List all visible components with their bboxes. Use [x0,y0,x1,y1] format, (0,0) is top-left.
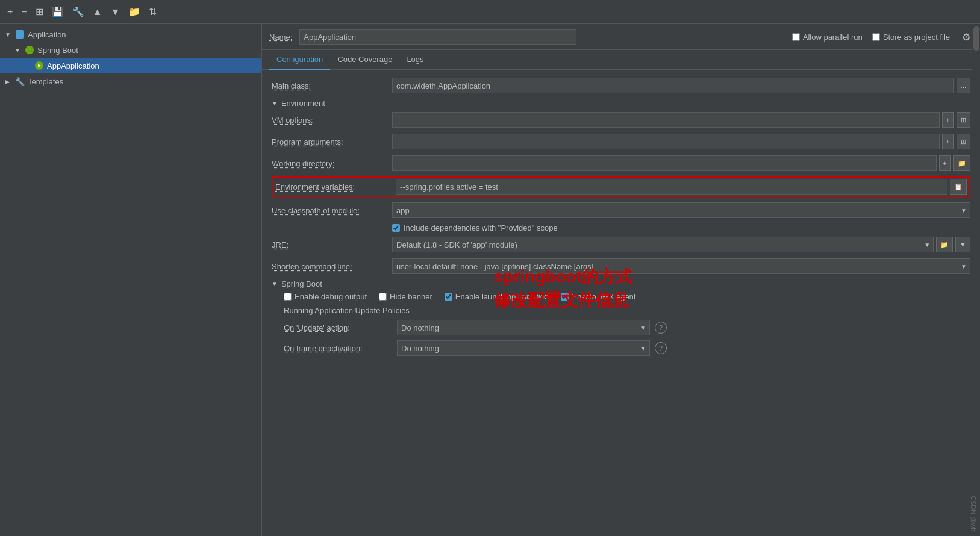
spring-boot-section: ▼ Spring Boot Enable debug output Hide b… [272,279,970,356]
wrench-button[interactable]: 🔧 [70,5,87,19]
move-up-button[interactable]: ▲ [90,5,105,19]
main-class-browse-btn[interactable]: ... [957,78,970,93]
vm-options-add-btn[interactable]: + [942,112,954,128]
move-down-button[interactable]: ▼ [108,5,123,19]
remove-button[interactable]: − [19,5,29,19]
jre-dropdown-wrapper: Default (1.8 - SDK of 'app' module) ▼ [392,237,934,252]
store-project-file-label[interactable]: Store as project file [872,33,950,42]
tab-configuration[interactable]: Configuration [269,50,330,70]
hide-banner-checkbox[interactable] [379,293,387,301]
main-class-input[interactable] [392,78,954,93]
jre-folder-btn[interactable]: 📁 [936,237,953,252]
sidebar-label-appapplication: AppApplication [47,61,99,70]
vm-options-row: VM options: + ⊞ [272,111,970,128]
vm-options-label: VM options: [272,116,392,125]
gear-button[interactable]: ⚙ [960,30,973,44]
on-update-dropdown[interactable]: Do nothing Update resources Update class… [397,320,650,335]
add-button[interactable]: + [5,5,15,19]
allow-parallel-label[interactable]: Allow parallel run [792,33,863,42]
store-project-file-checkbox[interactable] [872,33,880,41]
application-icon [14,30,25,39]
enable-jmx-checkbox[interactable] [561,293,569,301]
tabs-bar: Configuration Code Coverage Logs [262,50,980,70]
on-deactivation-help-btn[interactable]: ? [655,342,667,354]
working-dir-label: Working directory: [272,159,392,168]
expand-arrow-spring-boot: ▼ [14,47,24,54]
include-deps-checkbox[interactable] [392,224,400,232]
folder-button[interactable]: 📁 [126,5,143,19]
program-args-label: Program arguments: [272,137,392,146]
enable-launch-checkbox[interactable] [445,293,452,301]
allow-parallel-checkbox[interactable] [792,33,800,41]
main-class-label: Main class: [272,81,392,90]
environment-label: Environment [281,99,325,108]
environment-section-header[interactable]: ▼ Environment [272,99,970,108]
include-deps-label[interactable]: Include dependencies with "Provided" sco… [404,223,558,232]
program-args-add-btn[interactable]: + [942,134,954,149]
header-options: Allow parallel run Store as project file… [792,30,973,44]
spring-checkboxes-group: Enable debug output Hide banner Enable l… [272,292,970,301]
on-deactivation-dropdown[interactable]: Do nothing Update resources Update class… [397,340,650,356]
main-class-input-group: ... [392,78,970,93]
working-dir-input-group: + 📁 [392,155,970,171]
program-args-input[interactable] [392,134,940,149]
expand-arrow-application: ▼ [5,31,14,38]
classpath-dropdown-wrapper: app ▼ [392,202,970,218]
hide-banner-label[interactable]: Hide banner [390,292,432,301]
right-scrollbar[interactable] [972,24,980,536]
scroll-thumb[interactable] [973,26,979,51]
jre-dropdown[interactable]: Default (1.8 - SDK of 'app' module) [392,237,934,252]
spring-boot-section-header[interactable]: ▼ Spring Boot [272,279,970,288]
enable-launch-label[interactable]: Enable launch optimization [455,292,549,301]
on-deactivation-label: On frame deactivation: [284,344,392,353]
tab-logs[interactable]: Logs [399,50,431,70]
main-layout: ▼ Application ▼ 🌿 Spring Boot AppApplica… [0,24,980,536]
include-deps-row: Include dependencies with "Provided" sco… [272,223,970,232]
enable-launch-item: Enable launch optimization [445,292,549,301]
env-vars-input[interactable] [396,179,947,195]
shorten-cmd-dropdown[interactable]: user-local default: none - java [options… [392,258,970,274]
working-dir-add-btn[interactable]: + [939,155,951,171]
program-args-expand-btn[interactable]: ⊞ [957,134,970,149]
on-update-help-btn[interactable]: ? [655,322,667,334]
hide-banner-item: Hide banner [379,292,432,301]
save-button[interactable]: 💾 [49,5,66,19]
sidebar-item-spring-boot[interactable]: ▼ 🌿 Spring Boot [0,42,261,58]
run-config-icon [34,61,45,70]
enable-debug-checkbox[interactable] [284,293,292,301]
sort-button[interactable]: ⇅ [146,5,159,19]
copy-button[interactable]: ⊞ [33,5,46,19]
jre-expand-btn[interactable]: ▼ [955,237,970,252]
templates-icon: 🔧 [14,76,25,86]
program-args-input-group: + ⊞ [392,134,970,149]
sidebar: ▼ Application ▼ 🌿 Spring Boot AppApplica… [0,24,262,536]
vm-options-input[interactable] [392,112,940,128]
csdn-watermark: CSDN @wh梁八九 [969,496,978,531]
working-dir-folder-btn[interactable]: 📁 [953,155,970,171]
vm-options-expand-btn[interactable]: ⊞ [957,112,970,128]
classpath-dropdown[interactable]: app [392,202,970,218]
sidebar-label-spring-boot: Spring Boot [37,46,78,55]
enable-jmx-item: Enable JMX agent [561,292,635,301]
policies-section: Running Application Update Policies On '… [272,306,970,356]
enable-jmx-label[interactable]: Enable JMX agent [572,292,635,301]
toolbar: + − ⊞ 💾 🔧 ▲ ▼ 📁 ⇅ [0,0,980,24]
tab-code-coverage[interactable]: Code Coverage [330,50,399,70]
spring-boot-icon: 🌿 [24,45,35,55]
env-vars-browse-btn[interactable]: 📋 [950,179,967,195]
name-label: Name: [269,33,292,42]
working-dir-row: Working directory: + 📁 [272,155,970,172]
sidebar-item-application[interactable]: ▼ Application [0,26,261,42]
shorten-cmd-label: Shorten command line: [272,262,392,271]
working-dir-input[interactable] [392,155,937,171]
enable-debug-label[interactable]: Enable debug output [295,292,367,301]
name-input[interactable] [299,29,576,45]
sidebar-item-appapplication[interactable]: AppApplication [0,58,261,73]
policies-title: Running Application Update Policies [284,306,970,315]
sidebar-item-templates[interactable]: ▶ 🔧 Templates [0,73,261,89]
sidebar-label-application: Application [28,30,66,39]
jre-dropdown-group: Default (1.8 - SDK of 'app' module) ▼ 📁 … [392,237,970,252]
shorten-cmd-dropdown-wrapper: user-local default: none - java [options… [392,258,970,274]
spring-boot-section-label: Spring Boot [281,279,322,288]
shorten-cmd-row: Shorten command line: user-local default… [272,258,970,275]
